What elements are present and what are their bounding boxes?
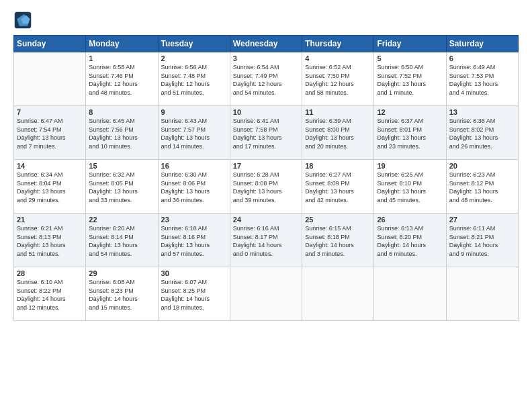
calendar-cell: 3Sunrise: 6:54 AM Sunset: 7:49 PM Daylig… <box>230 52 302 106</box>
calendar-week-row: 7Sunrise: 6:47 AM Sunset: 7:54 PM Daylig… <box>14 106 519 160</box>
day-info: Sunrise: 6:25 AM Sunset: 8:10 PM Dayligh… <box>377 171 443 204</box>
logo <box>13 11 34 30</box>
day-info: Sunrise: 6:10 AM Sunset: 8:22 PM Dayligh… <box>17 278 83 312</box>
calendar-cell: 9Sunrise: 6:43 AM Sunset: 7:57 PM Daylig… <box>158 106 230 160</box>
calendar-cell: 27Sunrise: 6:11 AM Sunset: 8:21 PM Dayli… <box>446 214 518 267</box>
day-info: Sunrise: 6:56 AM Sunset: 7:48 PM Dayligh… <box>161 63 227 97</box>
day-number: 16 <box>161 162 227 170</box>
calendar-cell <box>302 267 374 321</box>
calendar-table: SundayMondayTuesdayWednesdayThursdayFrid… <box>13 35 519 321</box>
day-number: 10 <box>233 108 299 116</box>
calendar-cell: 14Sunrise: 6:34 AM Sunset: 8:04 PM Dayli… <box>14 160 86 214</box>
calendar-cell: 2Sunrise: 6:56 AM Sunset: 7:48 PM Daylig… <box>158 52 230 106</box>
day-info: Sunrise: 6:11 AM Sunset: 8:21 PM Dayligh… <box>449 224 515 258</box>
day-number: 6 <box>449 54 515 62</box>
day-number: 12 <box>377 108 443 116</box>
calendar-cell: 29Sunrise: 6:08 AM Sunset: 8:23 PM Dayli… <box>86 267 158 321</box>
calendar-cell: 13Sunrise: 6:36 AM Sunset: 8:02 PM Dayli… <box>446 106 518 160</box>
day-number: 20 <box>449 162 515 170</box>
day-number: 14 <box>17 162 83 170</box>
day-number: 23 <box>161 216 227 224</box>
calendar-cell: 18Sunrise: 6:27 AM Sunset: 8:09 PM Dayli… <box>302 160 374 214</box>
day-number: 3 <box>233 54 299 62</box>
calendar-day-header: Thursday <box>302 36 374 52</box>
day-info: Sunrise: 6:28 AM Sunset: 8:08 PM Dayligh… <box>233 171 299 204</box>
day-number: 29 <box>89 269 154 277</box>
day-info: Sunrise: 6:39 AM Sunset: 8:00 PM Dayligh… <box>305 117 371 150</box>
day-info: Sunrise: 6:20 AM Sunset: 8:14 PM Dayligh… <box>89 224 154 258</box>
calendar-cell: 17Sunrise: 6:28 AM Sunset: 8:08 PM Dayli… <box>230 160 302 214</box>
day-info: Sunrise: 6:36 AM Sunset: 8:02 PM Dayligh… <box>449 117 515 150</box>
day-number: 9 <box>161 108 227 116</box>
calendar-cell: 26Sunrise: 6:13 AM Sunset: 8:20 PM Dayli… <box>374 214 446 267</box>
day-info: Sunrise: 6:47 AM Sunset: 7:54 PM Dayligh… <box>17 117 83 150</box>
day-info: Sunrise: 6:08 AM Sunset: 8:23 PM Dayligh… <box>89 278 154 312</box>
calendar-cell: 10Sunrise: 6:41 AM Sunset: 7:58 PM Dayli… <box>230 106 302 160</box>
day-number: 1 <box>89 54 154 62</box>
day-info: Sunrise: 6:45 AM Sunset: 7:56 PM Dayligh… <box>89 117 154 150</box>
calendar-cell: 16Sunrise: 6:30 AM Sunset: 8:06 PM Dayli… <box>158 160 230 214</box>
day-number: 26 <box>377 216 443 224</box>
day-number: 19 <box>377 162 443 170</box>
calendar-day-header: Wednesday <box>230 36 302 52</box>
calendar-cell: 15Sunrise: 6:32 AM Sunset: 8:05 PM Dayli… <box>86 160 158 214</box>
calendar-cell: 24Sunrise: 6:16 AM Sunset: 8:17 PM Dayli… <box>230 214 302 267</box>
day-number: 2 <box>161 54 227 62</box>
day-info: Sunrise: 6:21 AM Sunset: 8:13 PM Dayligh… <box>17 224 83 258</box>
calendar-cell: 28Sunrise: 6:10 AM Sunset: 8:22 PM Dayli… <box>14 267 86 321</box>
day-info: Sunrise: 6:30 AM Sunset: 8:06 PM Dayligh… <box>161 171 227 204</box>
calendar-cell: 11Sunrise: 6:39 AM Sunset: 8:00 PM Dayli… <box>302 106 374 160</box>
calendar-cell: 22Sunrise: 6:20 AM Sunset: 8:14 PM Dayli… <box>86 214 158 267</box>
day-info: Sunrise: 6:07 AM Sunset: 8:25 PM Dayligh… <box>161 278 227 312</box>
day-number: 15 <box>89 162 154 170</box>
day-number: 24 <box>233 216 299 224</box>
calendar-cell: 20Sunrise: 6:23 AM Sunset: 8:12 PM Dayli… <box>446 160 518 214</box>
calendar-cell: 8Sunrise: 6:45 AM Sunset: 7:56 PM Daylig… <box>86 106 158 160</box>
calendar-cell: 21Sunrise: 6:21 AM Sunset: 8:13 PM Dayli… <box>14 214 86 267</box>
day-info: Sunrise: 6:43 AM Sunset: 7:57 PM Dayligh… <box>161 117 227 150</box>
calendar-day-header: Monday <box>86 36 158 52</box>
calendar-cell <box>14 52 86 106</box>
calendar-cell: 7Sunrise: 6:47 AM Sunset: 7:54 PM Daylig… <box>14 106 86 160</box>
day-number: 21 <box>17 216 83 224</box>
page: SundayMondayTuesdayWednesdayThursdayFrid… <box>0 0 532 411</box>
calendar-week-row: 28Sunrise: 6:10 AM Sunset: 8:22 PM Dayli… <box>14 267 519 321</box>
day-info: Sunrise: 6:58 AM Sunset: 7:46 PM Dayligh… <box>89 63 154 97</box>
day-number: 8 <box>89 108 154 116</box>
calendar-cell: 1Sunrise: 6:58 AM Sunset: 7:46 PM Daylig… <box>86 52 158 106</box>
calendar-cell: 6Sunrise: 6:49 AM Sunset: 7:53 PM Daylig… <box>446 52 518 106</box>
calendar-day-header: Saturday <box>446 36 518 52</box>
day-number: 11 <box>305 108 371 116</box>
calendar-cell <box>446 267 518 321</box>
calendar-cell: 12Sunrise: 6:37 AM Sunset: 8:01 PM Dayli… <box>374 106 446 160</box>
day-info: Sunrise: 6:23 AM Sunset: 8:12 PM Dayligh… <box>449 171 515 204</box>
logo-icon <box>13 11 32 30</box>
calendar-cell: 5Sunrise: 6:50 AM Sunset: 7:52 PM Daylig… <box>374 52 446 106</box>
day-number: 25 <box>305 216 371 224</box>
calendar-day-header: Sunday <box>14 36 86 52</box>
day-number: 30 <box>161 269 227 277</box>
day-info: Sunrise: 6:32 AM Sunset: 8:05 PM Dayligh… <box>89 171 154 204</box>
day-number: 27 <box>449 216 515 224</box>
day-info: Sunrise: 6:52 AM Sunset: 7:50 PM Dayligh… <box>305 63 371 97</box>
day-number: 18 <box>305 162 371 170</box>
calendar-day-header: Tuesday <box>158 36 230 52</box>
day-info: Sunrise: 6:37 AM Sunset: 8:01 PM Dayligh… <box>377 117 443 150</box>
calendar-cell: 30Sunrise: 6:07 AM Sunset: 8:25 PM Dayli… <box>158 267 230 321</box>
day-number: 13 <box>449 108 515 116</box>
calendar-cell: 25Sunrise: 6:15 AM Sunset: 8:18 PM Dayli… <box>302 214 374 267</box>
calendar-cell <box>374 267 446 321</box>
calendar-week-row: 14Sunrise: 6:34 AM Sunset: 8:04 PM Dayli… <box>14 160 519 214</box>
day-info: Sunrise: 6:18 AM Sunset: 8:16 PM Dayligh… <box>161 224 227 258</box>
day-info: Sunrise: 6:49 AM Sunset: 7:53 PM Dayligh… <box>449 63 515 97</box>
day-info: Sunrise: 6:41 AM Sunset: 7:58 PM Dayligh… <box>233 117 299 150</box>
day-number: 4 <box>305 54 371 62</box>
calendar-cell: 19Sunrise: 6:25 AM Sunset: 8:10 PM Dayli… <box>374 160 446 214</box>
day-info: Sunrise: 6:15 AM Sunset: 8:18 PM Dayligh… <box>305 224 371 258</box>
calendar-cell: 4Sunrise: 6:52 AM Sunset: 7:50 PM Daylig… <box>302 52 374 106</box>
day-info: Sunrise: 6:27 AM Sunset: 8:09 PM Dayligh… <box>305 171 371 204</box>
day-info: Sunrise: 6:34 AM Sunset: 8:04 PM Dayligh… <box>17 171 83 204</box>
day-number: 22 <box>89 216 154 224</box>
calendar-header-row: SundayMondayTuesdayWednesdayThursdayFrid… <box>14 36 519 52</box>
day-info: Sunrise: 6:50 AM Sunset: 7:52 PM Dayligh… <box>377 63 443 97</box>
